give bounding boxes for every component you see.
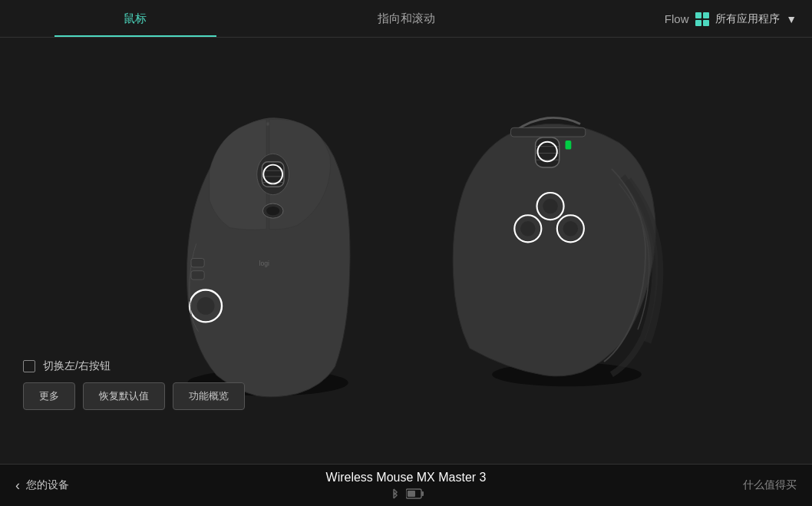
svg-rect-13 bbox=[191, 270, 204, 279]
svg-rect-29 bbox=[421, 491, 424, 496]
tab-mouse[interactable]: 鼠标 bbox=[0, 0, 271, 37]
svg-rect-30 bbox=[408, 491, 415, 497]
svg-point-26 bbox=[563, 221, 578, 236]
mouse-front-view: logi bbox=[145, 98, 391, 405]
swap-buttons-label: 切换左/右按钮 bbox=[43, 359, 111, 373]
more-button[interactable]: 更多 bbox=[23, 382, 75, 410]
mouse-back-view bbox=[437, 109, 667, 393]
svg-point-24 bbox=[520, 221, 535, 236]
tab-flow-label: Flow bbox=[665, 12, 689, 25]
main-content: logi bbox=[0, 38, 812, 464]
back-arrow-icon: ‹ bbox=[15, 478, 20, 494]
apps-label: 所有应用程序 bbox=[715, 12, 780, 26]
battery-icon bbox=[406, 488, 424, 499]
top-navigation: 鼠标 指向和滚动 Flow 所有应用程序 ▼ bbox=[0, 0, 812, 38]
bottom-bar: ‹ 您的设备 Wireless Mouse MX Master 3 什么值得买 bbox=[0, 464, 812, 506]
dropdown-arrow-icon: ▼ bbox=[786, 13, 797, 25]
device-info-center: Wireless Mouse MX Master 3 bbox=[326, 471, 487, 500]
mouse-back-svg bbox=[437, 109, 667, 393]
device-status-icons bbox=[388, 488, 424, 500]
tab-pointing-label: 指向和滚动 bbox=[378, 12, 435, 26]
svg-rect-12 bbox=[191, 258, 204, 266]
reset-button[interactable]: 恢复默认值 bbox=[83, 382, 165, 410]
svg-rect-2 bbox=[262, 161, 284, 186]
apps-grid-icon bbox=[695, 12, 709, 26]
back-to-devices[interactable]: ‹ 您的设备 bbox=[15, 478, 69, 494]
tab-mouse-label: 鼠标 bbox=[124, 12, 147, 26]
svg-point-22 bbox=[543, 198, 557, 213]
svg-rect-19 bbox=[566, 140, 572, 149]
bottom-controls: 切换左/右按钮 更多 恢复默认值 功能概览 bbox=[23, 359, 245, 410]
action-buttons-row: 更多 恢复默认值 功能概览 bbox=[23, 382, 245, 410]
mouse-front-svg: logi bbox=[145, 98, 391, 405]
bluetooth-icon bbox=[388, 488, 400, 500]
tab-pointing[interactable]: 指向和滚动 bbox=[271, 0, 542, 37]
watermark: 什么值得买 bbox=[743, 478, 797, 492]
overview-button[interactable]: 功能概览 bbox=[173, 382, 245, 410]
swap-buttons-checkbox[interactable] bbox=[23, 360, 35, 372]
svg-point-10 bbox=[197, 297, 215, 315]
swap-buttons-row: 切换左/右按钮 bbox=[23, 359, 245, 373]
svg-rect-27 bbox=[510, 127, 585, 137]
apps-menu[interactable]: 所有应用程序 ▼ bbox=[695, 0, 797, 38]
svg-point-8 bbox=[266, 206, 279, 214]
svg-text:logi: logi bbox=[259, 260, 269, 267]
device-name: Wireless Mouse MX Master 3 bbox=[326, 471, 487, 485]
back-label: 您的设备 bbox=[26, 478, 69, 492]
